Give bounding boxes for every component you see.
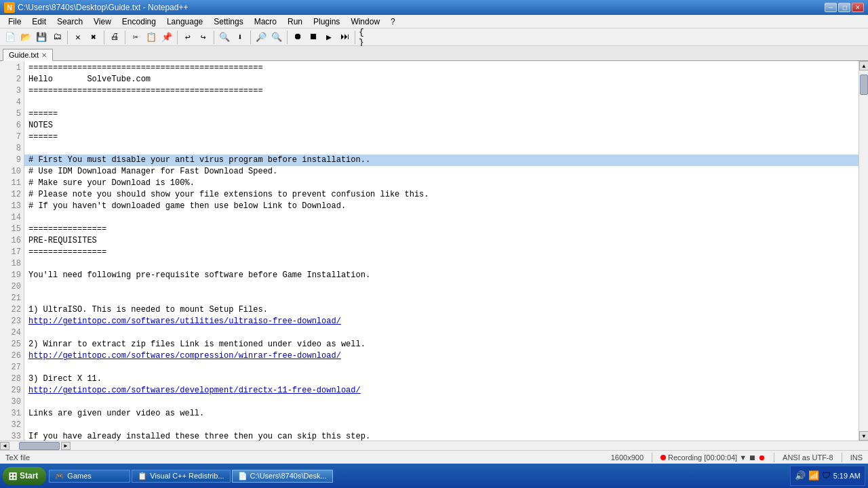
status-sep-1 <box>652 453 652 462</box>
tray-network-icon[interactable]: 🔊 <box>795 470 806 481</box>
line-number: 8 <box>0 143 24 155</box>
taskbar: ⊞ Start 🎮 Games 📋 Visual C++ Redistrib..… <box>0 464 868 488</box>
record-button[interactable]: ⏺ <box>290 30 305 45</box>
code-line: ====== <box>24 131 859 143</box>
line-number: 27 <box>0 362 24 373</box>
code-line: 3) Direct X 11. <box>24 373 859 385</box>
menu-help[interactable]: ? <box>385 16 401 28</box>
taskbar-items: 🎮 Games 📋 Visual C++ Redistrib... 📄 C:\U… <box>49 470 789 483</box>
taskbar-item-games[interactable]: 🎮 Games <box>49 470 130 483</box>
tab-label: Guide.txt <box>9 51 39 59</box>
code-line: You'll need following pre-requisite soft… <box>24 270 859 281</box>
save-button[interactable]: 💾 <box>34 30 49 45</box>
close-all-button[interactable]: ✖ <box>86 30 101 45</box>
rec-dot <box>660 455 666 460</box>
scroll-h-thumb[interactable] <box>19 442 60 450</box>
close-doc-button[interactable]: ✕ <box>71 30 85 45</box>
status-sep-2 <box>774 453 774 462</box>
tab-close-button[interactable]: ✕ <box>41 52 47 59</box>
print-button[interactable]: 🖨 <box>107 30 122 45</box>
scroll-right-arrow[interactable]: ▶ <box>61 442 71 450</box>
horizontal-scrollbar[interactable]: ◀ ▶ <box>0 441 868 450</box>
save-all-button[interactable]: 🗂 <box>50 30 64 45</box>
taskbar-item-vcredist[interactable]: 📋 Visual C++ Redistrib... <box>132 470 230 483</box>
link-text[interactable]: http://getintopc.com/softwares/utilities… <box>28 317 341 326</box>
restore-button[interactable]: ◻ <box>838 3 850 12</box>
close-button[interactable]: ✕ <box>852 3 864 12</box>
zoom-out-button[interactable]: 🔍 <box>269 30 284 45</box>
scroll-thumb[interactable] <box>860 75 868 95</box>
menu-plugins[interactable]: Plugins <box>308 16 345 28</box>
menu-macro[interactable]: Macro <box>249 16 282 28</box>
tray-volume-icon[interactable]: 📶 <box>808 470 819 481</box>
start-label: Start <box>20 471 38 481</box>
line-number: 10 <box>0 166 24 178</box>
tray-shield-icon[interactable]: 🛡 <box>822 471 831 481</box>
menu-language[interactable]: Language <box>161 16 208 28</box>
file-type-status: TeX file <box>5 453 30 462</box>
toolbar-sep-3 <box>125 30 125 44</box>
rec-stop-icon[interactable]: ⏹ <box>749 453 756 462</box>
play-record-button[interactable]: ▶ <box>321 30 336 45</box>
code-line: # Make sure your Download is 100%. <box>24 178 859 189</box>
open-button[interactable]: 📂 <box>18 30 33 45</box>
find-button[interactable]: 🔍 <box>217 30 232 45</box>
cut-button[interactable]: ✂ <box>128 30 143 45</box>
tab-guide[interactable]: Guide.txt ✕ <box>3 49 53 61</box>
paste-button[interactable]: 📌 <box>159 30 174 45</box>
toolbar-sep-4 <box>177 30 178 44</box>
encoding-status: ANSI as UTF-8 <box>783 453 833 462</box>
recording-time: Recording [00:00:04] <box>668 453 737 462</box>
app-icon: N <box>4 2 15 13</box>
line-number: 30 <box>0 396 24 408</box>
window-controls: ─ ◻ ✕ <box>825 3 864 12</box>
scroll-down-arrow[interactable]: ▼ <box>859 431 868 441</box>
undo-button[interactable]: ↩ <box>180 30 195 45</box>
menu-settings[interactable]: Settings <box>208 16 248 28</box>
run-macro-button[interactable]: ⏭ <box>337 30 352 45</box>
line-number: 7 <box>0 131 24 143</box>
line-number: 1 <box>0 62 24 74</box>
redo-button[interactable]: ↪ <box>196 30 211 45</box>
line-number: 18 <box>0 258 24 270</box>
menu-window[interactable]: Window <box>345 16 385 28</box>
code-line <box>24 258 859 270</box>
taskbar-games-icon: 🎮 <box>55 472 64 481</box>
line-number: 29 <box>0 385 24 396</box>
menu-view[interactable]: View <box>88 16 117 28</box>
code-line: ================ <box>24 224 859 235</box>
menu-edit[interactable]: Edit <box>26 16 52 28</box>
menu-encoding[interactable]: Encoding <box>117 16 161 28</box>
find-next-button[interactable]: ⬇ <box>233 30 248 45</box>
menu-file[interactable]: File <box>3 16 26 28</box>
editor-content[interactable]: ========================================… <box>24 61 859 441</box>
line-number: 15 <box>0 224 24 235</box>
recording-status: Recording [00:00:04] ▼ ⏹ ⏺ <box>660 453 766 462</box>
link-text[interactable]: http://getintopc.com/softwares/developme… <box>28 386 361 395</box>
copy-button[interactable]: 📋 <box>144 30 159 45</box>
line-number: 31 <box>0 408 24 420</box>
menu-run[interactable]: Run <box>282 16 308 28</box>
code-line: ================ <box>24 247 859 258</box>
start-button[interactable]: ⊞ Start <box>3 467 46 485</box>
syntax-button[interactable]: { } <box>358 30 373 45</box>
code-line: Hello SolveTube.com <box>24 74 859 85</box>
code-line: PRE-REQUISITES <box>24 235 859 247</box>
rec-red-icon[interactable]: ⏺ <box>758 453 766 462</box>
scroll-left-arrow[interactable]: ◀ <box>0 442 9 450</box>
zoom-in-button[interactable]: 🔎 <box>254 30 269 45</box>
scroll-up-arrow[interactable]: ▲ <box>859 61 868 70</box>
line-number: 5 <box>0 108 24 120</box>
vertical-scrollbar[interactable]: ▲ ▼ <box>859 61 868 441</box>
code-line <box>24 97 859 108</box>
line-number: 32 <box>0 420 24 431</box>
link-text[interactable]: http://getintopc.com/softwares/compressi… <box>28 351 341 361</box>
taskbar-item-notepad[interactable]: 📄 C:\Users\8740s\Desk... <box>232 470 333 483</box>
recording-dropdown[interactable]: ▼ <box>739 453 747 462</box>
line-number: 23 <box>0 316 24 327</box>
new-button[interactable]: 📄 <box>3 30 18 45</box>
stop-record-button[interactable]: ⏹ <box>306 30 321 45</box>
menu-search[interactable]: Search <box>52 16 88 28</box>
minimize-button[interactable]: ─ <box>825 3 837 12</box>
taskbar-vcredist-label: Visual C++ Redistrib... <box>150 472 224 480</box>
